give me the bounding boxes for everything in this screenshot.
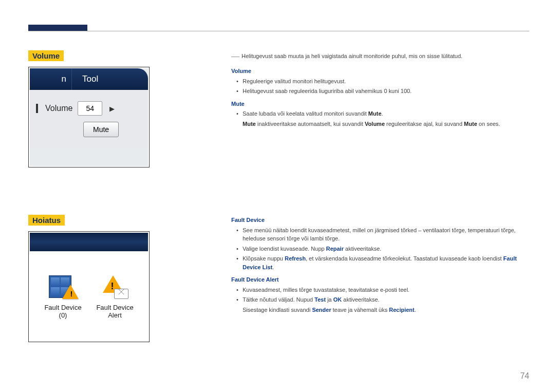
- volume-arrow-icon[interactable]: ▶: [107, 102, 117, 115]
- fault-alert-label: Fault Device Alert: [96, 304, 133, 320]
- fault-panel-figure: ! Fault Device (0) ! Fault Device: [28, 231, 150, 343]
- image-frame: ! Fault Device (0) ! Fault Device: [28, 231, 150, 342]
- section-alert-heading-wrap: Hoiatus: [28, 215, 65, 226]
- label-line: Fault Device: [96, 304, 133, 311]
- section-volume-heading-wrap: Volume: [28, 50, 64, 61]
- text-fragment: .: [414, 307, 416, 313]
- tab-tool[interactable]: Tool: [72, 68, 148, 90]
- text-fragment: on sees.: [477, 121, 501, 127]
- text-fragment: teave ja vähemalt üks: [331, 307, 389, 313]
- subhead-mute: Mute: [231, 100, 529, 108]
- fault-device-bullet-list: See menüü näitab loendit kuvaseadmetest,…: [231, 226, 529, 272]
- text-fragment: reguleeritakse ajal, kui suvand: [385, 121, 464, 127]
- volume-panel-figure: n Tool Volume 54 ▶ Mute: [28, 67, 150, 168]
- header-rule: [28, 31, 529, 31]
- term-ok: OK: [334, 296, 342, 303]
- list-item: Valige loendist kuvaseade. Nupp Repair a…: [243, 245, 529, 253]
- fault-alert-bullet-list: Kuvaseadmest, milles tõrge tuvastatakse,…: [231, 286, 529, 304]
- volume-icon-bar: [36, 104, 38, 113]
- subhead-fault-device: Fault Device: [231, 216, 529, 225]
- list-item: Saate lubada või keelata valitud monitor…: [243, 109, 529, 118]
- text-fragment: aktiveeritakse.: [342, 296, 379, 303]
- volume-bullet-list: Reguleerige valitud monitori helitugevus…: [231, 77, 529, 96]
- envelope-icon: [114, 289, 128, 299]
- list-item: Reguleerige valitud monitori helitugevus…: [243, 77, 529, 86]
- term-mute: Mute: [464, 121, 477, 127]
- subhead-fault-alert: Fault Device Alert: [231, 275, 529, 284]
- list-item: See menüü näitab loendit kuvaseadmetest,…: [243, 226, 529, 243]
- text-fragment: Saate lubada või keelata valitud monitor…: [243, 110, 368, 117]
- text-fragment: .: [381, 110, 383, 117]
- text-fragment: Klõpsake nuppu: [243, 255, 285, 262]
- term-sender: Sender: [312, 307, 331, 313]
- term-mute: Mute: [368, 110, 382, 117]
- term-mute: Mute: [243, 121, 256, 127]
- exclamation-icon: !: [70, 289, 73, 298]
- label-line: Alert: [108, 311, 122, 319]
- volume-row: Volume 54 ▶: [36, 101, 142, 116]
- section-heading-volume: Volume: [28, 50, 64, 61]
- volume-area: Volume 54 ▶ Mute: [30, 90, 148, 148]
- fault-ui-panel: ! Fault Device (0) ! Fault Device: [30, 233, 148, 341]
- fault-device-item[interactable]: ! Fault Device (0): [44, 272, 81, 320]
- intro-text: Helitugevust saab muuta ja heli vaigista…: [242, 53, 462, 59]
- term-refresh: Refresh: [285, 255, 306, 262]
- text-fragment: inaktiveeritakse automaatselt, kui suvan…: [256, 121, 365, 127]
- text-fragment: Valige loendist kuvaseade. Nupp: [243, 246, 326, 252]
- list-item: Täitke nõutud väljad. Nupud Test ja OK a…: [243, 295, 529, 304]
- page-number: 74: [520, 371, 529, 381]
- subhead-volume: Volume: [231, 67, 529, 76]
- volume-text-block: ―Helitugevust saab muuta ja heli vaigist…: [231, 50, 529, 129]
- text-fragment: ja: [326, 296, 334, 303]
- fault-device-label: Fault Device (0): [44, 304, 81, 320]
- alert-text-block: Fault Device See menüü näitab loendit ku…: [231, 216, 529, 315]
- term-recipient: Recipient: [389, 307, 415, 313]
- term-test: Test: [314, 296, 326, 303]
- label-line: Fault Device: [44, 304, 81, 311]
- fault-alert-item[interactable]: ! Fault Device Alert: [96, 272, 133, 320]
- exclamation-icon: !: [111, 281, 114, 292]
- fault-icons-area: ! Fault Device (0) ! Fault Device: [30, 251, 148, 341]
- list-item: Helitugevust saab reguleerida liuguririb…: [243, 87, 529, 96]
- label-count: (0): [59, 311, 67, 319]
- fault-device-icon: !: [48, 272, 79, 301]
- text-fragment: aktiveeritakse.: [344, 246, 381, 252]
- text-fragment: .: [272, 264, 274, 270]
- volume-ui-panel: n Tool Volume 54 ▶ Mute: [30, 68, 148, 166]
- term-volume: Volume: [365, 121, 385, 127]
- volume-label: Volume: [45, 104, 72, 113]
- text-fragment: Sisestage kindlasti suvandi: [243, 307, 312, 313]
- term-repair: Repair: [326, 246, 343, 252]
- tab-left-fragment: n: [30, 68, 72, 90]
- tab-bar: n Tool: [30, 68, 148, 90]
- panel-header-strip: [30, 233, 148, 251]
- fault-alert-icon: !: [101, 272, 130, 301]
- text-fragment: , et värskendada kuvaseadme tõrkeolekut.…: [306, 255, 503, 262]
- text-fragment: Täitke nõutud väljad. Nupud: [243, 296, 314, 303]
- mute-button[interactable]: Mute: [83, 122, 119, 137]
- header-accent-bar: [28, 25, 87, 31]
- list-item: Kuvaseadmest, milles tõrge tuvastatakse,…: [243, 286, 529, 294]
- dash-icon: ―: [231, 52, 239, 61]
- section-heading-alert: Hoiatus: [28, 215, 65, 226]
- mute-note-line: Mute inaktiveeritakse automaatselt, kui …: [231, 120, 529, 128]
- sender-note-line: Sisestage kindlasti suvandi Sender teave…: [231, 306, 529, 314]
- volume-value-field[interactable]: 54: [78, 101, 102, 116]
- intro-line: ―Helitugevust saab muuta ja heli vaigist…: [231, 50, 529, 63]
- list-item: Klõpsake nuppu Refresh, et värskendada k…: [243, 254, 529, 271]
- image-frame: n Tool Volume 54 ▶ Mute: [28, 67, 150, 167]
- mute-bullet-list: Saate lubada või keelata valitud monitor…: [231, 109, 529, 118]
